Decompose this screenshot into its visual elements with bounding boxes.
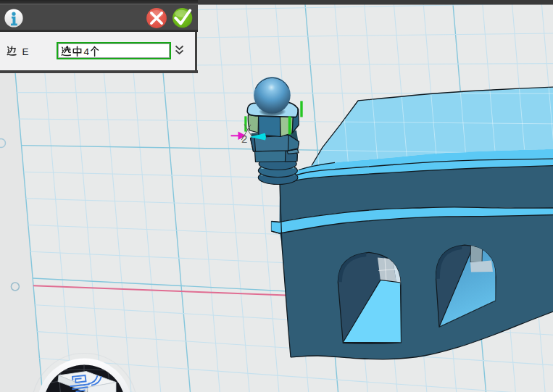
svg-text:E: E [22, 46, 29, 57]
svg-text:4: 4 [84, 46, 90, 57]
svg-text:2: 2 [241, 133, 247, 145]
